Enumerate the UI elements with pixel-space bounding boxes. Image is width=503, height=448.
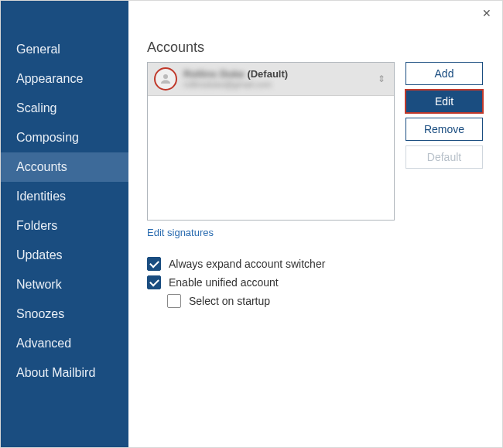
account-default-suffix: (Default) [247, 68, 288, 80]
sidebar-item-advanced[interactable]: Advanced [1, 329, 128, 358]
checkbox-label: Always expand account switcher [169, 258, 325, 270]
sidebar-item-accounts[interactable]: Accounts [1, 152, 128, 182]
sidebar-item-label: Network [16, 278, 62, 291]
sidebar-item-label: Identities [16, 190, 66, 203]
drag-handle-icon[interactable]: ⇕ [378, 74, 386, 84]
sidebar: General Appearance Scaling Composing Acc… [1, 1, 128, 447]
sidebar-item-snoozes[interactable]: Snoozes [1, 299, 128, 329]
sidebar-item-folders[interactable]: Folders [1, 211, 128, 241]
sidebar-item-network[interactable]: Network [1, 270, 128, 299]
account-name-obscured: Rollins Duke [183, 68, 245, 80]
button-label: Default [427, 151, 461, 163]
sidebar-item-identities[interactable]: Identities [1, 182, 128, 211]
person-icon [159, 72, 173, 86]
button-label: Edit [435, 95, 453, 108]
always-expand-checkbox[interactable] [147, 257, 161, 271]
sidebar-item-updates[interactable]: Updates [1, 241, 128, 270]
account-email-obscured: rollinsduke@gmail.com [183, 80, 388, 90]
sidebar-item-about-mailbird[interactable]: About Mailbird [1, 358, 128, 388]
enable-unified-checkbox[interactable] [147, 275, 161, 289]
sidebar-item-label: Scaling [16, 101, 56, 115]
sidebar-item-label: Advanced [16, 337, 71, 350]
avatar [154, 67, 177, 91]
add-button[interactable]: Add [405, 62, 483, 85]
page-title: Accounts [147, 39, 484, 56]
sidebar-item-label: General [16, 43, 60, 56]
sidebar-item-composing[interactable]: Composing [1, 123, 128, 152]
checkbox-label: Enable unified account [169, 276, 279, 289]
edit-button[interactable]: Edit [405, 90, 483, 113]
button-label: Remove [424, 123, 464, 135]
account-list[interactable]: Rollins Duke (Default) rollinsduke@gmail… [147, 62, 395, 221]
sidebar-item-label: Composing [16, 131, 79, 144]
sidebar-item-label: Folders [16, 219, 57, 232]
select-on-startup-checkbox[interactable] [167, 294, 181, 308]
sidebar-item-label: Updates [16, 248, 63, 262]
checkbox-label: Select on startup [189, 295, 270, 307]
account-text: Rollins Duke (Default) rollinsduke@gmail… [183, 68, 388, 91]
sidebar-item-scaling[interactable]: Scaling [1, 94, 128, 123]
default-button: Default [405, 145, 483, 169]
sidebar-item-label: Accounts [16, 160, 67, 173]
remove-button[interactable]: Remove [405, 118, 483, 141]
sidebar-item-appearance[interactable]: Appearance [1, 64, 128, 94]
edit-signatures-link[interactable]: Edit signatures [147, 227, 214, 238]
options-group: Always expand account switcher Enable un… [147, 257, 484, 308]
sidebar-item-label: Snoozes [16, 307, 64, 320]
sidebar-item-label: About Mailbird [16, 366, 95, 379]
main-panel: Accounts Rollins Duke (Default) rolli [128, 1, 502, 447]
sidebar-item-label: Appearance [16, 72, 83, 85]
sidebar-item-general[interactable]: General [1, 35, 128, 64]
svg-point-0 [163, 74, 168, 79]
account-row[interactable]: Rollins Duke (Default) rollinsduke@gmail… [148, 63, 394, 96]
button-label: Add [435, 67, 454, 80]
button-column: Add Edit Remove Default [405, 62, 483, 169]
